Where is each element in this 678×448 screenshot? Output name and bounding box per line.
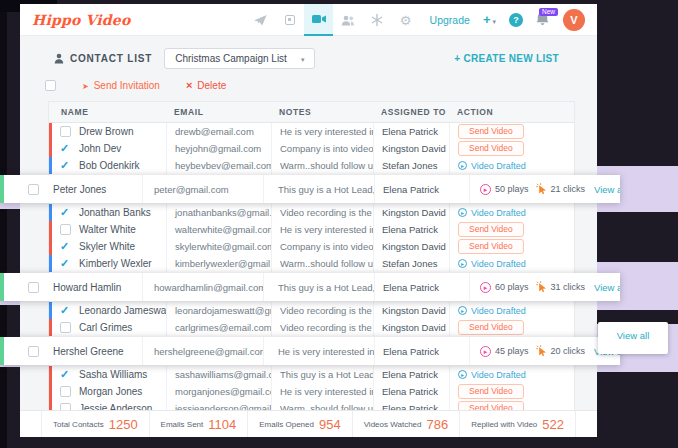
- send-video-button[interactable]: Send Video: [458, 124, 524, 139]
- row-checkbox[interactable]: [60, 126, 71, 137]
- plays-count: 45 plays: [495, 346, 529, 356]
- contact-notes: He is very interested in the prod..: [271, 123, 373, 140]
- people-icon: [341, 15, 355, 26]
- row-checkbox[interactable]: [60, 258, 71, 269]
- contact-assigned: Kingston David: [373, 204, 449, 221]
- table-row[interactable]: Sasha Williamssashawilliams@gmail.comThi…: [49, 366, 574, 383]
- upgrade-link[interactable]: Upgrade: [430, 14, 470, 26]
- contact-email: leonardojameswatt@gmail.com: [166, 302, 271, 319]
- contact-email: drewb@email.com: [166, 123, 271, 140]
- help-button[interactable]: [509, 13, 523, 27]
- stat-value: 1104: [208, 417, 236, 432]
- create-menu-button[interactable]: [483, 12, 496, 27]
- row-checkbox[interactable]: [60, 207, 71, 218]
- send-video-button[interactable]: Send Video: [458, 141, 524, 156]
- contact-notes: Video recording is the mai...: [271, 319, 373, 336]
- send-invitation-button[interactable]: Send Invitation: [82, 80, 160, 91]
- plus-icon: [483, 12, 491, 27]
- nav-send-tab[interactable]: [246, 4, 275, 36]
- nav-videos-tab[interactable]: [304, 4, 333, 36]
- row-checkbox[interactable]: [28, 346, 39, 357]
- contact-name: Hershel Greene: [53, 346, 124, 357]
- nav-settings-tab[interactable]: ⚙: [391, 4, 420, 36]
- contact-row-highlighted[interactable]: Hershel Greenehershelgreene@gmail.comHe …: [0, 337, 620, 365]
- row-checkbox[interactable]: [60, 224, 71, 235]
- contact-name: John Dev: [79, 143, 166, 154]
- nav-integrations-tab[interactable]: [362, 4, 391, 36]
- send-video-button[interactable]: Send Video: [458, 239, 524, 254]
- contact-row-highlighted[interactable]: Peter Jonespeter@gmail.comThis guy is a …: [0, 175, 620, 203]
- row-checkbox[interactable]: [60, 305, 71, 316]
- video-drafted-status: Video Drafted: [458, 161, 526, 171]
- bulk-actions-toolbar: Send Invitation Delete: [20, 75, 597, 95]
- row-checkbox[interactable]: [60, 369, 71, 380]
- row-checkbox[interactable]: [60, 160, 71, 171]
- contact-action: Video Drafted: [449, 255, 573, 272]
- plays-stat: 50 plays: [480, 184, 529, 195]
- hippo-video-logo[interactable]: Hippo Video: [32, 12, 131, 28]
- view-all-link[interactable]: View all: [617, 330, 650, 354]
- list-dropdown[interactable]: Christmas Campaign List: [164, 48, 315, 69]
- table-row[interactable]: Skyler Whiteskylerwhite@gmail.comCompany…: [49, 238, 574, 255]
- app-header: Hippo Video: [20, 4, 597, 36]
- video-drafted-status: Video Drafted: [458, 306, 526, 316]
- select-all-checkbox[interactable]: [45, 80, 56, 91]
- contact-list-bar: CONTACT LIST Christmas Campaign List + C…: [20, 36, 597, 75]
- contact-action: Video Drafted: [449, 157, 573, 174]
- row-checkbox[interactable]: [60, 386, 71, 397]
- table-row[interactable]: Bob Odenkirkheybevbev@email.comWarm..sho…: [49, 157, 574, 174]
- row-select-cell: [52, 258, 79, 269]
- avatar[interactable]: V: [563, 9, 585, 31]
- row-checkbox[interactable]: [60, 322, 71, 333]
- contact-action: Video Drafted: [449, 204, 573, 221]
- contact-email: carlgrimes@email.com: [166, 319, 271, 336]
- stat-emails-opened: Emails Opened 954: [247, 411, 351, 437]
- table-row[interactable]: John Devheyjohn@gmail.comCompany is into…: [49, 140, 574, 157]
- table-row[interactable]: Kimberly Wexlerkimberlywexler@gmail.comW…: [49, 255, 574, 272]
- send-video-button[interactable]: Send Video: [458, 320, 524, 335]
- contact-email: heybevbev@email.com: [166, 157, 271, 174]
- nav-recordings-tab[interactable]: [275, 4, 304, 36]
- delete-button[interactable]: Delete: [186, 79, 226, 91]
- view-all-link[interactable]: View all: [594, 184, 620, 195]
- contact-notes: He is very interested in the prod..: [271, 383, 373, 400]
- contact-name: Sasha Williams: [79, 369, 166, 380]
- create-new-list-button[interactable]: + CREATE NEW LIST: [454, 53, 559, 64]
- send-video-button[interactable]: Send Video: [458, 222, 524, 237]
- table-row[interactable]: Drew Browndrewb@email.comHe is very inte…: [49, 123, 574, 140]
- plays-count: 50 plays: [495, 184, 529, 194]
- table-row[interactable]: Leonardo Jameswattleonardojameswatt@gmai…: [49, 302, 574, 319]
- chevron-down-icon: [301, 53, 305, 64]
- row-checkbox[interactable]: [60, 241, 71, 252]
- contact-email: morganjones@gmail.com: [166, 383, 271, 400]
- row-select-cell: [52, 386, 79, 397]
- table-row[interactable]: Carl Grimescarlgrimes@email.comVideo rec…: [49, 319, 574, 336]
- clicks-count: 21 clicks: [551, 184, 586, 194]
- table-row[interactable]: Morgan Jonesmorganjones@gmail.comHe is v…: [49, 383, 574, 400]
- table-row[interactable]: Jonathan Banksjonathanbanks@gmail.comVid…: [49, 204, 574, 221]
- close-icon: [186, 79, 192, 91]
- app-window: Hippo Video: [20, 4, 597, 437]
- send-video-button[interactable]: Send Video: [458, 384, 524, 399]
- column-header-name: NAME: [49, 107, 166, 117]
- row-checkbox[interactable]: [28, 282, 39, 293]
- clock-icon: [458, 306, 467, 315]
- contact-notes: Warm..should follow up so...: [271, 255, 373, 272]
- row-checkbox[interactable]: [28, 184, 39, 195]
- contact-name: Drew Brown: [79, 126, 166, 137]
- column-header-assigned-to: ASSIGNED TO: [373, 107, 449, 117]
- view-all-link[interactable]: View all: [594, 282, 620, 293]
- contact-name: Jonathan Banks: [79, 207, 166, 218]
- play-circle-icon: [480, 184, 491, 195]
- notifications-button[interactable]: New: [536, 12, 550, 28]
- row-checkbox[interactable]: [60, 143, 71, 154]
- video-camera-icon: [312, 14, 326, 24]
- nav-contacts-tab[interactable]: [333, 4, 362, 36]
- contact-email: jonathanbanks@gmail.com: [166, 204, 271, 221]
- clock-icon: [458, 161, 467, 170]
- contact-assigned: Stefan Jones: [373, 157, 449, 174]
- contact-row-highlighted[interactable]: Howard Hamlinhowardhamlin@gmail.comThis …: [0, 273, 620, 301]
- contact-notes: He is very interested in the prod...: [263, 337, 374, 365]
- table-row[interactable]: Walter Whitewalterwhite@gmail.comHe is v…: [49, 221, 574, 238]
- contact-name: Leonardo Jameswatt: [79, 305, 166, 316]
